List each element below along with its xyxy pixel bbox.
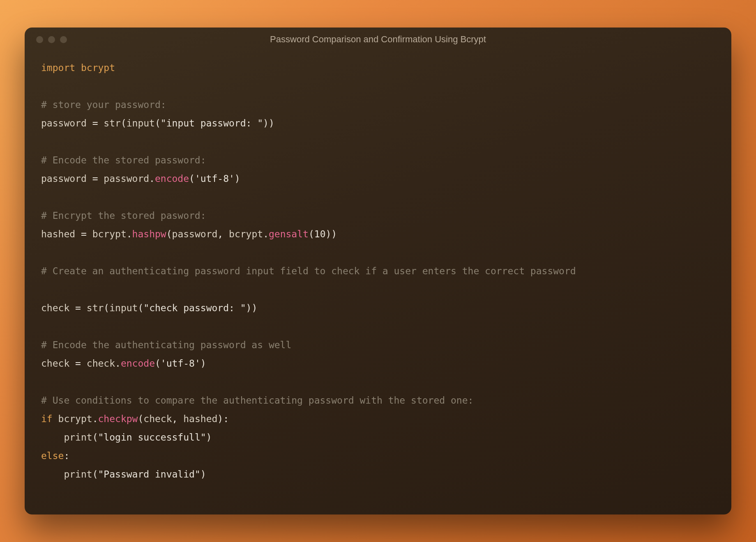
colon: :	[64, 450, 69, 461]
var-check: check	[41, 303, 69, 313]
comment: # Create an authenticating password inpu…	[41, 266, 576, 276]
minimize-dot[interactable]	[48, 36, 55, 43]
titlebar: Password Comparison and Confirmation Usi…	[25, 28, 731, 51]
paren: )	[206, 432, 212, 443]
fn-str: str	[104, 118, 121, 129]
keyword-import: import	[41, 62, 75, 73]
comma: ,	[217, 229, 229, 239]
method-encode: encode	[155, 173, 189, 184]
code-window: Password Comparison and Confirmation Usi…	[25, 28, 731, 514]
var-check: check	[41, 358, 69, 369]
equals: =	[75, 229, 92, 239]
maximize-dot[interactable]	[60, 36, 67, 43]
fn-input: input	[127, 118, 155, 129]
paren: )	[235, 173, 240, 184]
paren: ))	[263, 118, 274, 129]
comment: # store your password:	[41, 99, 166, 110]
string-literal: 'utf-8'	[161, 358, 201, 369]
paren: (	[92, 469, 98, 480]
equals: =	[87, 118, 104, 129]
paren: (	[166, 229, 172, 239]
fn-input: input	[109, 303, 138, 313]
var-check: check	[87, 358, 115, 369]
paren: (	[189, 173, 195, 184]
string-literal: "Passward invalid"	[98, 469, 201, 480]
fn-print: print	[64, 432, 92, 443]
paren: (	[155, 118, 161, 129]
paren: ))	[246, 303, 258, 313]
arg-password: password	[172, 229, 218, 239]
comma: ,	[172, 413, 184, 424]
module-bcrypt: bcrypt	[81, 62, 115, 73]
module-bcrypt: bcrypt	[58, 413, 92, 424]
dot: .	[127, 229, 132, 239]
string-literal: "login successfull"	[98, 432, 206, 443]
paren: (	[309, 229, 314, 239]
arg-check: check	[143, 413, 172, 424]
var-password: password	[41, 173, 87, 184]
paren: (	[155, 358, 161, 369]
var-password: password	[104, 173, 149, 184]
comment: # Use conditions to compare the authenti…	[41, 395, 473, 406]
paren: )	[201, 358, 206, 369]
equals: =	[69, 303, 87, 313]
fn-gensalt: gensalt	[269, 229, 309, 239]
method-encode: encode	[121, 358, 155, 369]
close-dot[interactable]	[36, 36, 43, 43]
module-bcrypt: bcrypt	[92, 229, 127, 239]
string-literal: 'utf-8'	[195, 173, 235, 184]
equals: =	[87, 173, 104, 184]
module-bcrypt: bcrypt	[229, 229, 263, 239]
arg-hashed: hashed	[183, 413, 217, 424]
fn-hashpw: hashpw	[132, 229, 166, 239]
keyword-if: if	[41, 413, 53, 424]
traffic-lights	[36, 36, 67, 43]
paren: (	[92, 432, 98, 443]
string-literal: "check password: "	[143, 303, 246, 313]
keyword-else: else	[41, 450, 64, 461]
paren: (	[138, 303, 143, 313]
fn-str: str	[87, 303, 104, 313]
equals: =	[69, 358, 87, 369]
fn-print: print	[64, 469, 92, 480]
string-literal: "input password: "	[161, 118, 263, 129]
number-literal: 10	[314, 229, 326, 239]
fn-checkpw: checkpw	[98, 413, 138, 424]
paren: (	[104, 303, 109, 313]
paren: )	[201, 469, 206, 480]
code-editor[interactable]: import bcrypt # store your password: pas…	[25, 51, 731, 514]
comment: # Encode the stored password:	[41, 155, 206, 165]
comment: # Encrypt the stored pasword:	[41, 210, 206, 221]
var-hashed: hashed	[41, 229, 75, 239]
dot: .	[92, 413, 98, 424]
window-title: Password Comparison and Confirmation Usi…	[25, 34, 731, 45]
paren: (	[138, 413, 143, 424]
dot: .	[263, 229, 269, 239]
paren: ):	[217, 413, 229, 424]
var-password: password	[41, 118, 87, 129]
paren: (	[121, 118, 127, 129]
dot: .	[149, 173, 155, 184]
comment: # Encode the authenticating password as …	[41, 340, 291, 350]
dot: .	[115, 358, 121, 369]
paren: ))	[325, 229, 337, 239]
